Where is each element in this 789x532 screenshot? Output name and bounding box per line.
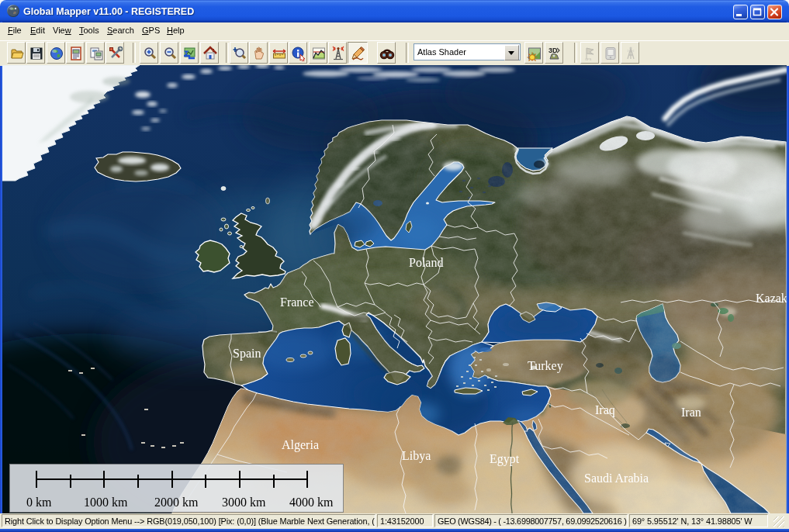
- svg-text:Iraq: Iraq: [595, 403, 615, 417]
- svg-text:3D: 3D: [548, 47, 558, 54]
- svg-text:Algeria: Algeria: [282, 438, 319, 452]
- svg-text:GPS: GPS: [585, 57, 592, 61]
- svg-text:Spain: Spain: [233, 347, 261, 361]
- svg-text:Poland: Poland: [409, 256, 443, 269]
- svg-text:Kazakhst: Kazakhst: [756, 292, 787, 305]
- svg-text:Saudi Arabia: Saudi Arabia: [584, 472, 649, 485]
- svg-text:Libya: Libya: [402, 449, 431, 463]
- svg-text:Turkey: Turkey: [528, 359, 563, 373]
- svg-text:France: France: [280, 295, 314, 309]
- svg-text:Iran: Iran: [681, 406, 701, 419]
- svg-text:Egypt: Egypt: [490, 452, 520, 466]
